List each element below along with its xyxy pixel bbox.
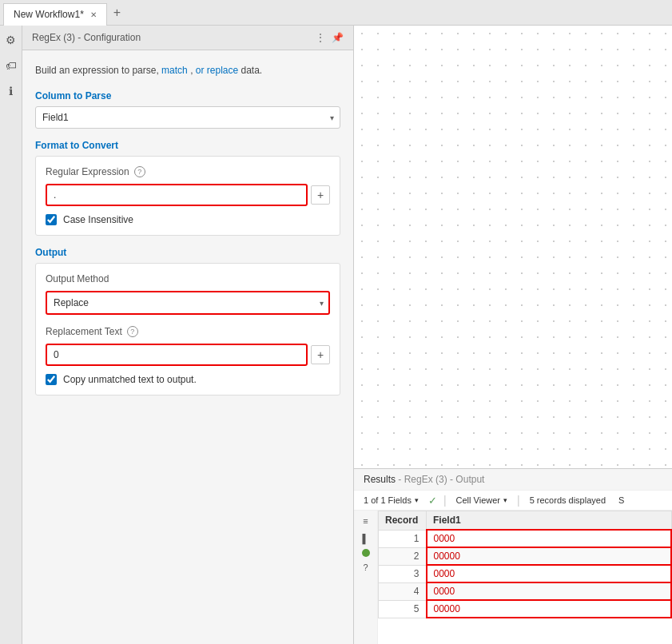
fields-count: 1 of 1 Fields (364, 495, 412, 505)
results-header: Results - RegEx (3) - Output (354, 469, 672, 491)
replacement-help-icon[interactable]: ? (127, 326, 138, 337)
format-box: Regular Expression ? + Case Insensitive (35, 156, 340, 236)
replacement-text-sublabel: Replacement Text ? (46, 326, 330, 337)
config-header: RegEx (3) - Configuration ⋮ 📌 (22, 26, 353, 50)
replacement-input-row: + (46, 344, 330, 366)
workflow-tab[interactable]: New Workflow1* ✕ (3, 3, 107, 26)
field1-column-header: Field1 (427, 511, 672, 531)
column-label: Column to Parse (35, 90, 340, 101)
question-icon[interactable]: ? (359, 560, 373, 574)
output-method-sublabel: Output Method (46, 273, 330, 284)
regex-sublabel: Regular Expression ? (46, 166, 330, 177)
main-layout: ⚙ 🏷 ℹ RegEx (3) - Configuration ⋮ 📌 Buil… (0, 26, 672, 644)
toolbar-sep-2: | (517, 494, 520, 507)
cell-viewer-label: Cell Viewer (456, 495, 500, 505)
table-row: 30000 (379, 565, 672, 582)
results-left-bar: ≡ ▌ ? (354, 511, 378, 644)
record-cell: 5 (379, 600, 427, 618)
regex-input[interactable] (46, 184, 308, 206)
regex-input-row: + (46, 184, 330, 206)
info-icon[interactable]: ℹ (3, 83, 19, 99)
desc-replace: or replace (196, 65, 238, 76)
desc-match: match (161, 65, 188, 76)
canvas-area: .* (354, 26, 672, 644)
fields-selector[interactable]: 1 of 1 Fields ▾ (360, 494, 422, 507)
table-row: 500000 (379, 600, 672, 618)
output-method-select[interactable]: Replace Parse Match (46, 291, 330, 315)
record-cell: 3 (379, 565, 427, 582)
field1-cell: 0000 (427, 565, 672, 582)
results-layout: ≡ ▌ ? Record Field1 1000020 (354, 511, 672, 644)
results-subtitle-text: - RegEx (3) - Output (398, 474, 484, 485)
workflow-canvas[interactable]: .* (354, 26, 672, 468)
results-toolbar: 1 of 1 Fields ▾ ✓ | Cell Viewer ▾ | 5 re… (354, 491, 672, 511)
fields-check-icon[interactable]: ✓ (428, 495, 437, 507)
desc-post: data. (241, 65, 263, 76)
output-section: Output Output Method Replace Parse Match… (35, 247, 340, 396)
field1-cell: 00000 (427, 547, 672, 565)
table-header-row: Record Field1 (379, 511, 672, 531)
column-bar-icon[interactable]: ▌ (359, 531, 373, 546)
tag-icon[interactable]: 🏷 (3, 58, 19, 74)
table-row: 200000 (379, 547, 672, 565)
copy-unmatched-checkbox[interactable] (46, 374, 57, 385)
record-cell: 4 (379, 582, 427, 600)
config-header-actions: ⋮ 📌 (316, 32, 344, 43)
cell-viewer-button[interactable]: Cell Viewer ▾ (453, 494, 511, 507)
description: Build an expression to parse, match , or… (35, 63, 340, 78)
record-cell: 2 (379, 547, 427, 565)
pin-icon[interactable]: 📌 (332, 32, 344, 43)
data-table: Record Field1 10000200000300004000050000… (378, 511, 672, 618)
list-icon[interactable]: ≡ (359, 514, 373, 528)
config-content: Build an expression to parse, match , or… (22, 50, 353, 644)
cell-viewer-arrow: ▾ (503, 496, 507, 504)
field1-cell: 0000 (427, 582, 672, 600)
table-row: 40000 (379, 582, 672, 600)
field1-cell: 00000 (427, 600, 672, 618)
config-title: RegEx (3) - Configuration (32, 32, 141, 43)
desc-pre: Build an expression to parse, (35, 65, 161, 76)
case-insensitive-checkbox[interactable] (46, 214, 57, 225)
fields-arrow: ▾ (415, 496, 419, 504)
search-button[interactable]: S (615, 494, 627, 507)
copy-unmatched-label: Copy unmatched text to output. (63, 374, 197, 385)
sidebar-icons: ⚙ 🏷 ℹ (0, 26, 22, 644)
case-insensitive-label: Case Insensitive (63, 214, 133, 225)
field1-cell: 0000 (427, 530, 672, 547)
record-cell: 1 (379, 530, 427, 547)
replacement-add-button[interactable]: + (311, 345, 330, 364)
regex-label-text: Regular Expression (46, 166, 129, 177)
output-method-label-text: Output Method (46, 273, 109, 284)
tab-close-icon[interactable]: ✕ (90, 10, 97, 19)
output-box: Output Method Replace Parse Match ▾ Repl… (35, 263, 340, 396)
results-title-text: Results (364, 474, 396, 485)
config-panel: RegEx (3) - Configuration ⋮ 📌 Build an e… (22, 26, 354, 644)
results-panel: Results - RegEx (3) - Output 1 of 1 Fiel… (354, 468, 672, 644)
results-table: Record Field1 10000200000300004000050000… (378, 511, 672, 644)
menu-icon[interactable]: ⋮ (316, 32, 325, 43)
column-select-wrapper: Field1 ▾ (35, 106, 340, 129)
tab-bar: New Workflow1* ✕ + (0, 0, 672, 26)
status-dot (362, 549, 370, 557)
tab-label: New Workflow1* (14, 9, 84, 20)
format-label: Format to Convert (35, 140, 340, 151)
add-tab-button[interactable]: + (107, 2, 127, 23)
records-count: 5 records displayed (527, 494, 609, 507)
output-label: Output (35, 247, 340, 258)
output-method-select-wrapper: Replace Parse Match ▾ (46, 291, 330, 315)
regex-help-icon[interactable]: ? (134, 166, 145, 177)
replacement-text-label-text: Replacement Text (46, 326, 122, 337)
table-row: 10000 (379, 530, 672, 547)
record-column-header: Record (379, 511, 427, 531)
regex-add-button[interactable]: + (311, 185, 330, 205)
replacement-text-input[interactable] (46, 344, 308, 366)
case-insensitive-row: Case Insensitive (46, 214, 330, 225)
column-select[interactable]: Field1 (35, 106, 340, 129)
desc-or: , (190, 65, 196, 76)
copy-unmatched-row: Copy unmatched text to output. (46, 374, 330, 385)
toolbar-sep-1: | (443, 494, 447, 507)
gear-icon[interactable]: ⚙ (3, 32, 19, 48)
